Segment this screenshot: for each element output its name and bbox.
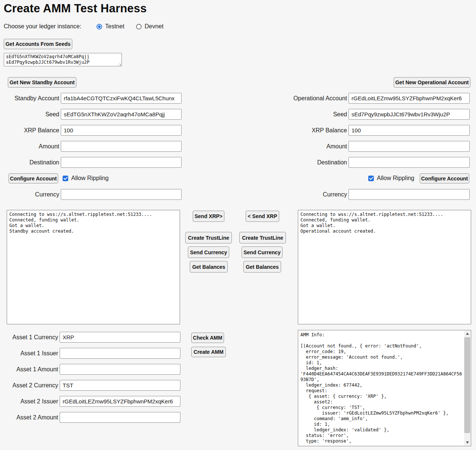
operational-seed-input[interactable] bbox=[349, 109, 470, 120]
get-new-standby-account-button[interactable]: Get New Standby Account bbox=[8, 77, 76, 88]
operational-get-balances-button[interactable]: Get Balances bbox=[243, 261, 281, 273]
asset1-currency-row: Asset 1 Currency bbox=[0, 332, 180, 343]
standby-destination-row: Destination bbox=[0, 157, 182, 168]
standby-amount-label: Amount bbox=[0, 143, 59, 150]
scrollbar-thumb[interactable] bbox=[464, 337, 470, 433]
radio-devnet[interactable] bbox=[136, 24, 142, 29]
operational-seed-label: Seed bbox=[239, 111, 347, 118]
operational-send-currency-button[interactable]: Send Currency bbox=[242, 246, 283, 258]
standby-account-input[interactable] bbox=[61, 93, 182, 104]
standby-amount-row: Amount bbox=[0, 141, 182, 152]
amm-info-scrollbar[interactable] bbox=[464, 331, 470, 446]
asset1-issuer-input[interactable] bbox=[60, 348, 180, 359]
operational-log-textarea[interactable]: Connecting to wss://s.altnet.rippletest.… bbox=[298, 210, 471, 324]
standby-destination-input[interactable] bbox=[61, 157, 182, 168]
operational-seed-row: Seed bbox=[239, 109, 470, 120]
radio-devnet-label: Devnet bbox=[145, 23, 164, 30]
operational-destination-row: Destination bbox=[239, 157, 470, 168]
operational-allow-rippling-group: Allow Rippling bbox=[368, 175, 414, 182]
standby-currency-row: Currency bbox=[0, 189, 182, 200]
standby-xrp-balance-label: XRP Balance bbox=[0, 127, 59, 134]
standby-xrp-balance-row: XRP Balance bbox=[0, 125, 182, 136]
operational-send-xrp-button[interactable]: < Send XRP bbox=[246, 211, 279, 222]
operational-account-row: Operational Account bbox=[239, 93, 470, 104]
asset1-amount-row: Asset 1 Amount bbox=[0, 364, 180, 375]
asset2-currency-input[interactable] bbox=[60, 380, 180, 391]
ledger-instance-label: Choose your ledger instance: bbox=[4, 23, 81, 30]
standby-allow-rippling-group: Allow Rippling bbox=[63, 175, 109, 182]
radio-testnet[interactable] bbox=[97, 24, 102, 29]
operational-amount-input[interactable] bbox=[349, 141, 470, 152]
standby-get-balances-button[interactable]: Get Balances bbox=[190, 261, 228, 273]
get-new-operational-account-button[interactable]: Get New Operational Account bbox=[394, 77, 470, 88]
operational-amount-label: Amount bbox=[239, 143, 347, 150]
standby-seed-input[interactable] bbox=[61, 109, 182, 120]
operational-xrp-balance-input[interactable] bbox=[349, 125, 470, 136]
operational-currency-row: Currency bbox=[239, 189, 470, 200]
operational-amount-row: Amount bbox=[239, 141, 470, 152]
standby-create-trustline-button[interactable]: Create TrustLine bbox=[185, 232, 232, 243]
standby-send-currency-button[interactable]: Send Currency bbox=[188, 246, 229, 258]
standby-configure-account-button[interactable]: Configure Account bbox=[9, 173, 58, 183]
standby-currency-label: Currency bbox=[0, 191, 59, 198]
standby-xrp-balance-input[interactable] bbox=[61, 125, 182, 136]
standby-currency-input[interactable] bbox=[61, 189, 182, 200]
asset2-amount-input[interactable] bbox=[60, 412, 180, 423]
asset2-currency-row: Asset 2 Currency bbox=[0, 380, 180, 391]
standby-amount-input[interactable] bbox=[61, 141, 182, 152]
operational-allow-rippling-checkbox[interactable] bbox=[368, 176, 374, 181]
check-amm-button[interactable]: Check AMM bbox=[191, 333, 224, 343]
operational-xrp-balance-row: XRP Balance bbox=[239, 125, 470, 136]
asset1-currency-label: Asset 1 Currency bbox=[0, 334, 58, 341]
amm-info-text: AMM Info: [(Account not found., { error:… bbox=[298, 330, 463, 446]
standby-log-textarea[interactable]: Connecting to wss://s.altnet.rippletest.… bbox=[7, 210, 180, 324]
operational-account-label: Operational Account bbox=[239, 95, 347, 102]
amm-test-harness-page: Create AMM Test Harness Choose your ledg… bbox=[0, 0, 476, 450]
radio-testnet-label: Testnet bbox=[105, 23, 124, 30]
asset1-issuer-row: Asset 1 Issuer bbox=[0, 348, 180, 359]
standby-send-xrp-button[interactable]: Send XRP> bbox=[193, 211, 224, 222]
operational-destination-input[interactable] bbox=[349, 157, 470, 168]
standby-destination-label: Destination bbox=[0, 159, 59, 166]
scroll-up-arrow-icon[interactable] bbox=[464, 331, 470, 337]
get-accounts-from-seeds-button[interactable]: Get Accounts From Seeds bbox=[4, 39, 72, 49]
asset2-issuer-input[interactable] bbox=[60, 396, 180, 407]
operational-account-input[interactable] bbox=[349, 93, 470, 104]
asset2-issuer-label: Asset 2 Issuer bbox=[0, 398, 58, 405]
asset1-issuer-label: Asset 1 Issuer bbox=[0, 350, 58, 357]
page-title: Create AMM Test Harness bbox=[4, 1, 147, 16]
standby-seed-label: Seed bbox=[0, 111, 59, 118]
scroll-down-arrow-icon[interactable] bbox=[464, 440, 470, 446]
operational-currency-input[interactable] bbox=[349, 189, 470, 200]
operational-create-trustline-button[interactable]: Create TrustLine bbox=[239, 232, 286, 243]
standby-allow-rippling-label: Allow Rippling bbox=[71, 175, 109, 182]
ledger-radio-devnet-group: Devnet bbox=[136, 23, 164, 30]
asset2-amount-label: Asset 2 Amount bbox=[0, 414, 58, 421]
seeds-textarea[interactable]: sEdTG5nXThKWZoV2aqrh47oMCa8Pqjj sEd7Pqy9… bbox=[4, 53, 122, 66]
asset2-issuer-row: Asset 2 Issuer bbox=[0, 396, 180, 407]
operational-currency-label: Currency bbox=[239, 191, 347, 198]
asset2-currency-label: Asset 2 Currency bbox=[0, 382, 58, 389]
standby-allow-rippling-checkbox[interactable] bbox=[63, 176, 68, 181]
standby-seed-row: Seed bbox=[0, 109, 182, 120]
standby-account-label: Standby Account bbox=[0, 95, 59, 102]
amm-info-box[interactable]: AMM Info: [(Account not found., { error:… bbox=[298, 330, 471, 446]
operational-allow-rippling-label: Allow Rippling bbox=[377, 175, 414, 182]
operational-destination-label: Destination bbox=[239, 159, 347, 166]
asset2-amount-row: Asset 2 Amount bbox=[0, 412, 180, 423]
asset1-amount-label: Asset 1 Amount bbox=[0, 366, 58, 373]
create-amm-button[interactable]: Create AMM bbox=[191, 347, 226, 357]
asset1-currency-input[interactable] bbox=[60, 332, 180, 343]
standby-account-row: Standby Account bbox=[0, 93, 182, 104]
asset1-amount-input[interactable] bbox=[60, 364, 180, 375]
operational-configure-account-button[interactable]: Configure Account bbox=[420, 173, 469, 183]
operational-xrp-balance-label: XRP Balance bbox=[239, 127, 347, 134]
